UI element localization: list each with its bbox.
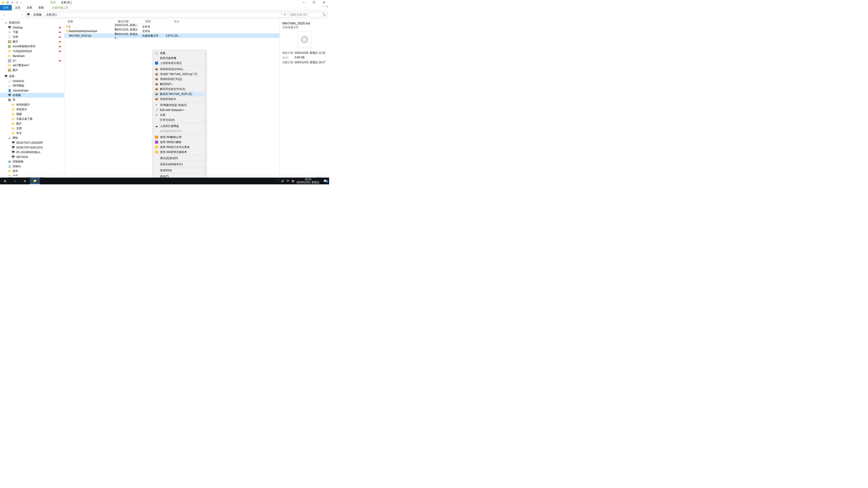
tree-item[interactable]: 🖥️DESKTOP-LSSOEDP bbox=[0, 140, 64, 145]
search-button[interactable]: ⌕ bbox=[10, 177, 20, 184]
tree-item[interactable]: 🖥️Desktop📌 bbox=[0, 25, 64, 30]
tree-item[interactable]: 📁天翼云盘下载 bbox=[0, 117, 64, 121]
search-input[interactable]: 搜索"文档 (E:)" 🔍 bbox=[289, 12, 327, 18]
qat-props-icon[interactable]: ⊟ bbox=[15, 1, 19, 4]
qat-delete-icon[interactable]: ✕ bbox=[10, 1, 14, 4]
help-icon[interactable]: ? bbox=[326, 5, 328, 8]
tree-item[interactable]: 📁文件 bbox=[0, 173, 64, 176]
tree-item[interactable]: 📁YUNQISHI2019📌 bbox=[0, 49, 64, 54]
tree-item[interactable]: 📄文档📌 bbox=[0, 35, 64, 39]
ribbon-toggle-icon[interactable]: ˄ bbox=[323, 6, 324, 8]
menu-item[interactable]: 刻录光盘映像 bbox=[153, 56, 205, 61]
menu-item[interactable]: 📦 解压到 Win7x64_2020\ (E) bbox=[153, 92, 205, 96]
crumb-this-pc[interactable]: 此电脑 bbox=[33, 13, 42, 17]
menu-item[interactable]: 🟡 使用 360进行木马云查杀 bbox=[153, 144, 205, 150]
refresh-icon[interactable]: ⟳ bbox=[284, 13, 286, 16]
col-date[interactable]: 修改日期 bbox=[115, 20, 142, 24]
task-view-button[interactable]: ⧉ bbox=[20, 177, 30, 184]
col-name[interactable]: 名称 bbox=[64, 20, 115, 24]
menu-item[interactable]: 📦 添加到 "Win7x64_2020.zip" (T) bbox=[153, 72, 205, 76]
tree-item[interactable]: ☁️OneDrive bbox=[0, 78, 64, 84]
table-row[interactable]: 📁 1 2020/12/15, 星期二 1... 文件夹 bbox=[64, 24, 279, 29]
table-row[interactable]: 📄 Win7x64_2020.iso 2020/12/25, 星期五 1... … bbox=[64, 33, 279, 38]
breadcrumb[interactable]: 🖥️ › 此电脑 › 文档 (E:) › ˅ ⟳ bbox=[25, 12, 288, 18]
tree-item[interactable]: 📁视频 bbox=[0, 112, 64, 117]
menu-item[interactable]: 📝 Edit with Notepad++ bbox=[153, 107, 205, 112]
menu-item[interactable]: 发送到(N) › bbox=[153, 168, 205, 173]
menu-item[interactable]: 🟡 使用 360管理右键菜单 bbox=[153, 150, 205, 155]
tree-desktop[interactable]: 🖥️桌面 bbox=[0, 74, 64, 78]
menu-item[interactable]: 还原以前的版本(V) bbox=[153, 162, 205, 167]
menu-item[interactable]: 通过QQ发送到 bbox=[153, 156, 205, 161]
tree-item[interactable]: 📁音乐 bbox=[0, 131, 64, 135]
menu-item[interactable]: 打开方式(H) › bbox=[153, 118, 205, 123]
menu-item[interactable]: 📦 用360压缩打开(Q) bbox=[153, 76, 205, 82]
ime-indicator[interactable]: 中 bbox=[287, 179, 289, 183]
tree-item[interactable]: 📚库 bbox=[0, 98, 64, 102]
maximize-button[interactable]: ❐ bbox=[309, 0, 319, 5]
col-type[interactable]: 类型 bbox=[142, 20, 166, 24]
column-headers[interactable]: 名称 修改日期 类型 大小 bbox=[64, 19, 279, 24]
forward-button[interactable]: → bbox=[8, 12, 13, 17]
tree-quick-access[interactable]: ★快速访问 bbox=[0, 20, 64, 25]
tree-item[interactable]: 📁软件 bbox=[0, 169, 64, 173]
menu-item[interactable]: ↗ 共享 bbox=[153, 112, 205, 118]
tree-item[interactable]: 📁Bandicam bbox=[0, 54, 64, 58]
notifications-button[interactable]: 💬3 bbox=[322, 180, 328, 183]
menu-item[interactable]: 🟦 上传到有道云笔记 bbox=[153, 61, 205, 66]
tree-item[interactable]: 👤Administrator bbox=[0, 88, 64, 93]
menu-item[interactable]: 📦 解压到(F)... bbox=[153, 82, 205, 87]
tab-disc-tools[interactable]: 光盘映像工具 bbox=[49, 5, 71, 10]
up-button[interactable]: ↑ bbox=[20, 12, 24, 17]
menu-item[interactable]: 📦 解压到当前文件夹(X) bbox=[153, 87, 205, 92]
qat-save-icon[interactable]: 🗹 bbox=[6, 1, 9, 4]
tree-item[interactable]: 🖥️ZMT2019 bbox=[0, 155, 64, 159]
tree-item[interactable]: 💽G:\📌 bbox=[0, 58, 64, 63]
menu-item[interactable]: ☁ 上传到百度网盘 bbox=[153, 124, 205, 129]
tree-item[interactable]: 🖼️图片 bbox=[0, 68, 64, 72]
tab-file[interactable]: 文件 bbox=[0, 5, 12, 10]
tree-item[interactable]: 📁图片 bbox=[0, 121, 64, 126]
start-button[interactable]: ⊞ bbox=[0, 177, 10, 184]
tree-network[interactable]: 🖧网络 bbox=[0, 135, 64, 140]
table-row[interactable]: 📁 BaiduNetdiskDownload 2020/12/25, 星期五 1… bbox=[64, 29, 279, 33]
qat-dropdown-icon[interactable]: ▾ bbox=[20, 1, 23, 4]
address-dropdown-icon[interactable]: ˅ bbox=[281, 13, 282, 16]
menu-item[interactable]: 📦 添加到压缩文件(A)... bbox=[153, 67, 205, 72]
tree-item[interactable]: ⬇下载📌 bbox=[0, 30, 64, 35]
tab-home[interactable]: 主页 bbox=[12, 5, 24, 10]
tree-item[interactable]: 🗑️回收站 bbox=[0, 164, 64, 169]
tree-item[interactable]: 🖼️图片📌 bbox=[0, 39, 64, 44]
crumb-drive[interactable]: 文档 (E:) bbox=[45, 13, 58, 17]
volume-icon[interactable]: 🔊 bbox=[281, 180, 284, 183]
menu-item[interactable]: 🟪 使用 360强力删除 bbox=[153, 140, 205, 144]
tab-share[interactable]: 共享 bbox=[24, 5, 35, 10]
close-button[interactable]: ✕ bbox=[319, 0, 329, 5]
tree-item[interactable]: 📁本机照片 bbox=[0, 107, 64, 112]
menu-item[interactable]: 📦 其他压缩命令 › bbox=[153, 96, 205, 101]
col-size[interactable]: 大小 bbox=[166, 20, 182, 24]
tray-app-icon[interactable]: ▥ bbox=[291, 180, 294, 183]
tree-item[interactable]: 📁保存的图片 bbox=[0, 102, 64, 107]
minimize-button[interactable]: ─ bbox=[299, 0, 309, 5]
search-icon[interactable]: 🔍 bbox=[322, 13, 326, 16]
tree-item[interactable]: 📗excel表格制作求和📌 bbox=[0, 44, 64, 49]
menu-item[interactable]: 🟧 使用 360解除占用 bbox=[153, 135, 205, 140]
recent-dropdown[interactable]: ˅ bbox=[13, 12, 19, 17]
tree-item[interactable]: 📁文档 bbox=[0, 126, 64, 131]
menu-item[interactable]: 💿 装载 bbox=[153, 51, 205, 56]
menu-item[interactable]: • 用 蜂蜜浏览器 浏览(3) bbox=[153, 103, 205, 107]
tray-chevron-icon[interactable]: ˄ bbox=[277, 180, 279, 183]
tree-item[interactable]: 📁win7重装win7 bbox=[0, 63, 64, 68]
explorer-task-button[interactable]: 📁 bbox=[30, 177, 40, 184]
tree-item[interactable]: ☁️WPS网盘 bbox=[0, 84, 64, 88]
tree-item[interactable]: 🖥️此电脑 bbox=[0, 93, 64, 98]
chevron-right-icon[interactable]: › bbox=[58, 13, 59, 16]
tree-item[interactable]: ⚙️控制面板 bbox=[0, 159, 64, 164]
tree-item[interactable]: 🖥️DESKTOP-NJEU3CG bbox=[0, 145, 64, 150]
tab-view[interactable]: 查看 bbox=[35, 5, 47, 10]
clock[interactable]: 16:32 2020/12/25, 星期五 bbox=[296, 178, 320, 184]
chevron-right-icon[interactable]: › bbox=[31, 13, 32, 16]
chevron-right-icon[interactable]: › bbox=[43, 13, 44, 16]
back-button[interactable]: ← bbox=[2, 12, 7, 17]
